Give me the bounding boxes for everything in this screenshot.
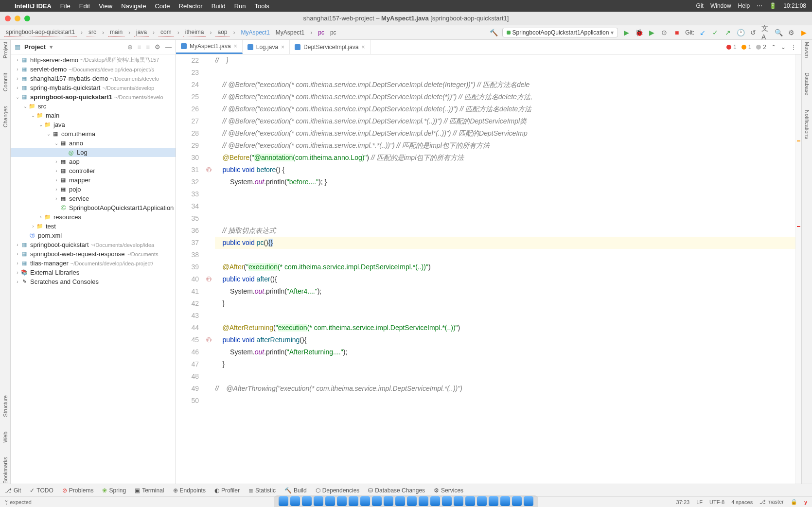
editor-tab[interactable]: DeptServiceImpl.java× [290, 40, 370, 54]
breadcrumb-item[interactable]: src [87, 28, 98, 37]
settings-icon[interactable]: ⚙ [155, 43, 160, 51]
git-branch[interactable]: ⎇ master [759, 499, 784, 505]
tool-problems[interactable]: ⊘ Problems [62, 487, 94, 494]
menu-view[interactable]: View [99, 2, 112, 10]
breadcrumb-item[interactable]: MyAspect1 [274, 28, 306, 37]
minimize-button[interactable] [15, 16, 20, 21]
menu-tools[interactable]: Tools [254, 2, 269, 10]
breadcrumb-item[interactable]: MyAspect1 [239, 28, 272, 37]
tool-spring[interactable]: ❀ Spring [102, 487, 126, 494]
toolstrip-structure[interactable]: Structure [2, 395, 8, 417]
toolstrip-notifications[interactable]: Notifications [804, 110, 810, 139]
tool-build[interactable]: 🔨 Build [284, 487, 307, 494]
menu-help[interactable]: Help [738, 2, 750, 9]
tree-item[interactable]: ›▦tlias-manager~/Documents/develop/idea-… [11, 259, 176, 268]
menu-build[interactable]: Build [212, 2, 226, 10]
menu-edit[interactable]: Edit [79, 2, 90, 10]
breadcrumb-item[interactable]: pc [316, 28, 326, 37]
toolstrip-maven[interactable]: Maven [804, 42, 810, 58]
toolstrip-commit[interactable]: Commit [2, 73, 8, 91]
git-update-icon[interactable]: ↙ [698, 28, 707, 37]
menu-refactor[interactable]: Refactor [179, 2, 203, 10]
caret-position[interactable]: 37:23 [676, 499, 690, 505]
breadcrumb-item[interactable]: pc [328, 28, 338, 37]
close-tab-icon[interactable]: × [362, 44, 365, 51]
up-icon[interactable]: ⌃ [771, 44, 776, 51]
coverage-icon[interactable]: ▶ [647, 28, 656, 37]
tree-item[interactable]: ›▦servlet-demo~/Documents/develop/idea-p… [11, 65, 176, 74]
gutter-icons[interactable]: ⓜⓜⓜ [203, 54, 215, 484]
breadcrumb-item[interactable]: main [108, 28, 124, 37]
encoding[interactable]: UTF-8 [709, 499, 724, 505]
menu-code[interactable]: Code [155, 2, 170, 10]
close-tab-icon[interactable]: × [281, 44, 284, 51]
menu-navigate[interactable]: Navigate [121, 2, 146, 10]
tool-db-changes[interactable]: ⛁ Database Changes [368, 487, 425, 494]
toolstrip-project[interactable]: Project [2, 42, 8, 58]
tool-services[interactable]: ⚙ Services [434, 487, 463, 494]
tree-item[interactable]: ⌄📁main [11, 111, 176, 120]
search-icon[interactable]: 🔍 [774, 28, 783, 37]
battery-icon[interactable]: 🔋 [769, 2, 777, 9]
tree-item[interactable]: ›▦http-server-demo~/Desktop/课程资料/上海黑马157 [11, 55, 176, 65]
menu-git[interactable]: Git [696, 2, 704, 9]
yd-icon[interactable]: y [804, 499, 807, 505]
lock-icon[interactable]: 🔒 [791, 499, 797, 505]
error-stripe[interactable] [795, 54, 801, 484]
code-editor[interactable]: // } // @Before("execution(* com.itheima… [215, 54, 795, 484]
warning-count[interactable]: 1 [741, 44, 752, 51]
tree-item[interactable]: ⓜpom.xml [11, 231, 176, 240]
tool-endpoints[interactable]: ⊕ Endpoints [173, 487, 206, 494]
tree-item[interactable]: ›▦pojo [11, 185, 176, 194]
tree-item[interactable]: ›📚External Libraries [11, 268, 176, 277]
hammer-icon[interactable]: 🔨 [490, 28, 498, 37]
weak-warning-count[interactable]: 2 [756, 44, 766, 51]
run-config-selector[interactable]: SpringbootAopQuickstart1Application ▾ [502, 28, 618, 37]
run-icon[interactable]: ▶ [622, 28, 631, 37]
wifi-icon[interactable]: ⋯ [757, 2, 762, 9]
git-history-icon[interactable]: 🕐 [736, 28, 745, 37]
breadcrumb-item[interactable]: springboot-aop-quickstart1 [4, 28, 77, 37]
tool-statistic[interactable]: ≣ Statistic [248, 487, 276, 494]
breadcrumb-item[interactable]: aop [215, 28, 229, 37]
settings-icon[interactable]: ⚙ [787, 28, 795, 37]
editor-tab[interactable]: Log.java× [243, 40, 290, 54]
tool-terminal[interactable]: ▣ Terminal [135, 487, 164, 494]
maximize-button[interactable] [24, 16, 30, 21]
tree-item[interactable]: ›▦service [11, 194, 176, 203]
tool-profiler[interactable]: ◐ Profiler [214, 487, 240, 494]
mac-dock[interactable] [274, 495, 538, 507]
tree-item[interactable]: ›▦springboot-web-request-response~/Docum… [11, 249, 176, 259]
down-icon[interactable]: ⌄ [781, 44, 786, 51]
menu-window[interactable]: Window [710, 2, 731, 9]
tree-item[interactable]: ›▦spring-mybatis-quickstart~/Documents/d… [11, 83, 176, 92]
project-tree[interactable]: ›▦http-server-demo~/Desktop/课程资料/上海黑马157… [11, 54, 176, 484]
ide-icon[interactable]: ▶ [799, 28, 808, 37]
select-opened-icon[interactable]: ⊕ [127, 43, 133, 51]
git-commit-icon[interactable]: ✓ [711, 28, 720, 37]
collapse-icon[interactable]: ≡ [146, 43, 150, 51]
toolstrip-bookmarks[interactable]: Bookmarks [2, 457, 8, 484]
tree-item[interactable]: ›✎Scratches and Consoles [11, 277, 176, 286]
tree-item[interactable]: ⌄▦com.itheima [11, 129, 176, 139]
toolstrip-changes[interactable]: Changes [2, 106, 8, 127]
line-gutter[interactable]: 2223242526272829303132333435363738394041… [176, 54, 203, 484]
more-icon[interactable]: ⋮ [791, 44, 796, 51]
tree-item[interactable]: ⌄📁src [11, 102, 176, 111]
hide-icon[interactable]: — [165, 43, 172, 51]
tree-item[interactable]: ›▦aop [11, 157, 176, 166]
breadcrumb-item[interactable]: java [134, 28, 149, 37]
tree-item[interactable]: ›📁test [11, 222, 176, 231]
tree-item[interactable]: ›▦controller [11, 166, 176, 175]
close-button[interactable] [5, 16, 11, 21]
translate-icon[interactable]: 文A [761, 28, 770, 37]
error-count[interactable]: 1 [726, 44, 737, 51]
tree-item[interactable]: ›▦shanghai157-mybatis-demo~/Documents/de… [11, 74, 176, 83]
tool-git[interactable]: ⎇ Git [5, 487, 21, 494]
toolstrip-web[interactable]: Web [2, 432, 8, 442]
tree-item[interactable]: @Log [11, 148, 176, 157]
toolstrip-database[interactable]: Database [804, 72, 810, 95]
editor-tab[interactable]: MyAspect1.java× [176, 40, 243, 54]
tree-item[interactable]: ⒸSpringbootAopQuickstart1Application [11, 203, 176, 212]
app-name[interactable]: IntelliJ IDEA [15, 2, 52, 10]
